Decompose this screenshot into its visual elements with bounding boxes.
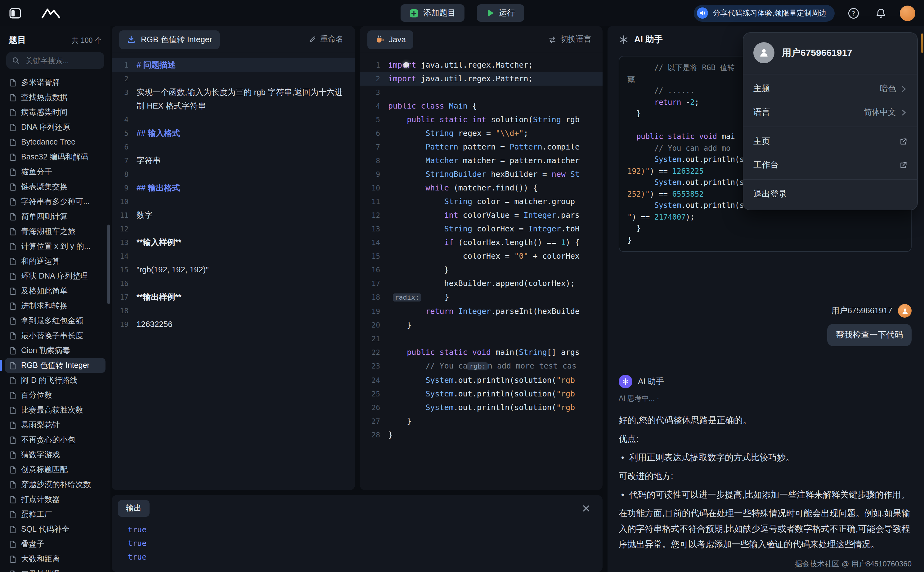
search-box[interactable] (6, 52, 104, 69)
editor-line[interactable]: 13 String colorHex = Integer.toH (359, 222, 602, 236)
editor-line[interactable]: 7 Pattern pattern = Pattern.compile (359, 140, 602, 154)
switch-language-button[interactable]: 切换语言 (544, 34, 595, 45)
editor-line[interactable]: 21 (359, 332, 602, 345)
editor-line[interactable]: 1import java.util.regex.Matcher; (359, 58, 602, 72)
sidebar-item[interactable]: 比赛最高获胜次数 (5, 403, 106, 418)
sidebar-item[interactable]: 猜数字游戏 (5, 447, 106, 462)
editor-line[interactable]: 5## 输入格式 (112, 127, 355, 140)
sidebar-item[interactable]: 字符串有多少种可... (5, 194, 106, 209)
editor-line[interactable]: 2import java.util.regex.Pattern; (359, 72, 602, 85)
menu-item-logout[interactable]: 退出登录 (744, 182, 917, 206)
sidebar-item[interactable]: 多米诺骨牌 (5, 75, 106, 90)
run-button[interactable]: 运行 (477, 4, 524, 22)
search-input[interactable] (24, 56, 99, 65)
editor-line[interactable]: 22 public static void main(String[] args (359, 345, 602, 359)
menu-item-home[interactable]: 主页 (744, 130, 917, 153)
sidebar-item[interactable]: RGB 色值转 Integer (5, 358, 106, 373)
editor-line[interactable]: 10 (112, 195, 355, 208)
add-problem-button[interactable]: 添加题目 (400, 4, 464, 22)
editor-line[interactable]: 14 if (colorHex.length() == 1) { (359, 236, 602, 249)
editor-line[interactable]: 10 while (matcher.find()) { (359, 181, 602, 195)
editor-line[interactable]: 5 public static int solution(String rgb (359, 113, 602, 127)
sidebar-item[interactable]: 穿越沙漠的补给次数 (5, 477, 106, 492)
editor-line[interactable]: 3 (359, 85, 602, 99)
sidebar-item[interactable]: Bytedance Tree (5, 135, 106, 149)
sidebar-item[interactable]: 二叉树供暖 (5, 566, 106, 572)
sidebar-toggle-button[interactable] (6, 4, 24, 22)
announcement-banner[interactable]: 分享代码练习体验,领限量定制周边 (694, 5, 835, 22)
code-editor[interactable]: 1import java.util.regex.Matcher;2import … (359, 53, 602, 490)
editor-line[interactable]: 24 System.out.println(solution("rgb (359, 373, 602, 387)
app-logo[interactable] (38, 4, 64, 22)
sidebar-item[interactable]: 暴雨梨花针 (5, 418, 106, 432)
editor-line[interactable]: 15 colorHex = "0" + colorHex (359, 249, 602, 263)
editor-line[interactable]: 9 StringBuilder hexBuilder = new St (359, 168, 602, 181)
sidebar-item[interactable]: DNA 序列还原 (5, 120, 106, 135)
editor-line[interactable]: 18 radix: } (359, 290, 602, 305)
sidebar-item[interactable]: 百分位数 (5, 388, 106, 403)
editor-line[interactable]: 23 // You cargb:n add more test cas (359, 359, 602, 373)
editor-line[interactable]: 1912632256 (112, 318, 355, 331)
editor-line[interactable]: 27 } (359, 414, 602, 428)
editor-line[interactable]: 26 System.out.println(solution("rgb (359, 401, 602, 414)
editor-line[interactable]: 4public class Main { (359, 99, 602, 113)
editor-line[interactable]: 4 (112, 113, 355, 127)
sidebar-item[interactable]: Cion 勒索病毒 (5, 343, 106, 358)
problem-tab[interactable]: RGB 色值转 Integer (119, 30, 220, 49)
editor-line[interactable]: 12 int colorValue = Integer.pars (359, 208, 602, 222)
editor-line[interactable]: 17 hexBuilder.append(colorHex); (359, 277, 602, 290)
editor-line[interactable]: 6 String regex = "\\d+"; (359, 127, 602, 140)
editor-line[interactable]: 20 } (359, 318, 602, 332)
sidebar-item[interactable]: 猫鱼分干 (5, 165, 106, 179)
editor-line[interactable]: 6 (112, 140, 355, 154)
output-tab[interactable]: 输出 (118, 500, 149, 517)
sidebar-item[interactable]: 环状 DNA 序列整理 (5, 269, 106, 283)
editor-line[interactable]: 15"rgb(192, 192, 192)" (112, 263, 355, 277)
sidebar-item[interactable]: 病毒感染时间 (5, 105, 106, 120)
editor-line[interactable]: 11数字 (112, 208, 355, 222)
editor-line[interactable]: 8 Matcher matcher = pattern.matcher (359, 154, 602, 168)
sidebar-item[interactable]: 阿 D 的飞行路线 (5, 373, 106, 388)
sidebar-item[interactable]: 及格如此简单 (5, 283, 106, 298)
editor-line[interactable]: 13**输入样例** (112, 236, 355, 249)
editor-line[interactable]: 18 (112, 304, 355, 318)
user-avatar[interactable] (900, 5, 915, 21)
editor-line[interactable]: 2 (112, 72, 355, 85)
sidebar-item[interactable]: 拿到最多红包金额 (5, 313, 106, 328)
sidebar-item[interactable]: 和的逆运算 (5, 254, 106, 269)
editor-line[interactable]: 25 System.out.println(solution("rgb (359, 387, 602, 401)
help-button[interactable]: ? (845, 5, 862, 22)
sidebar-item[interactable]: 青海湖租车之旅 (5, 224, 106, 239)
editor-line[interactable]: 8 (112, 168, 355, 181)
editor-line[interactable]: 19 return Integer.parseInt(hexBuilde (359, 305, 602, 318)
sidebar-item[interactable]: 计算位置 x 到 y 的... (5, 239, 106, 254)
sidebar-item[interactable]: 大数和距离 (5, 552, 106, 566)
editor-line[interactable]: 17**输出样例** (112, 290, 355, 304)
editor-line[interactable]: 16 (112, 277, 355, 290)
sidebar-item[interactable]: 简单四则计算 (5, 209, 106, 224)
editor-line[interactable]: 7字符串 (112, 154, 355, 168)
ai-scrollbar-thumb[interactable] (921, 34, 923, 53)
sidebar-item[interactable]: Base32 编码和解码 (5, 149, 106, 165)
menu-item-theme[interactable]: 主题 暗色 (744, 77, 917, 101)
rename-button[interactable]: 重命名 (305, 34, 347, 45)
sidebar-item[interactable]: 查找热点数据 (5, 90, 106, 105)
editor-line[interactable]: 1# 问题描述 (112, 58, 355, 72)
menu-item-language[interactable]: 语言 简体中文 (744, 101, 917, 124)
sidebar-item[interactable]: SQL 代码补全 (5, 522, 106, 537)
editor-line[interactable]: 16 } (359, 263, 602, 277)
sidebar-item[interactable]: 进制求和转换 (5, 298, 106, 313)
editor-line[interactable]: 28} (359, 428, 602, 442)
problem-editor[interactable]: 1# 问题描述23实现一个函数,输入为长度为三的 rgb 字符串,返回为十六进制… (112, 53, 355, 490)
editor-line[interactable]: 12 (112, 222, 355, 236)
editor-line[interactable]: 3实现一个函数,输入为长度为三的 rgb 字符串,返回为十六进制 HEX 格式字… (112, 85, 355, 113)
notifications-button[interactable] (873, 5, 889, 22)
editor-line[interactable]: 14 (112, 249, 355, 263)
sidebar-item[interactable]: 打点计数器 (5, 492, 106, 507)
editor-line[interactable]: 11 String color = matcher.group (359, 195, 602, 208)
language-tab[interactable]: Java (367, 30, 413, 49)
sidebar-item[interactable]: 创意标题匹配 (5, 462, 106, 477)
sidebar-item[interactable]: 蛋糕工厂 (5, 507, 106, 522)
sidebar-item[interactable]: 链表聚集交换 (5, 179, 106, 194)
editor-line[interactable]: 9## 输出格式 (112, 181, 355, 195)
